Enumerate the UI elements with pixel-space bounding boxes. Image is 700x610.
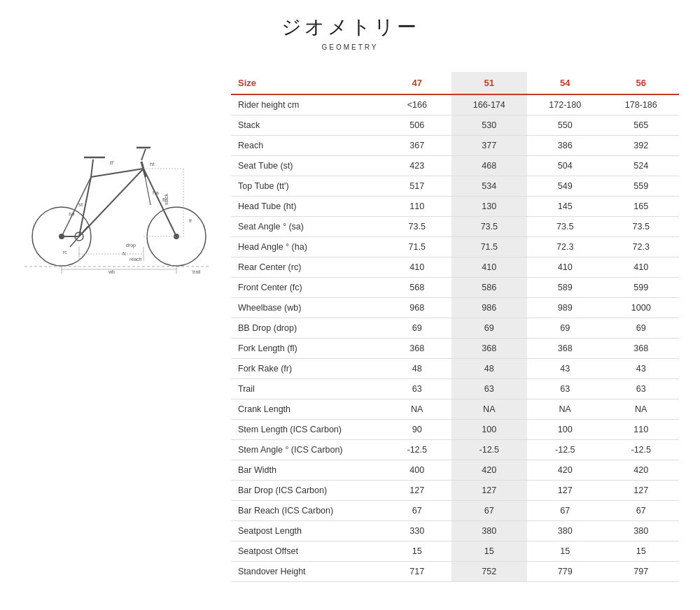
row-value: 48 <box>383 359 451 379</box>
table-row: Rider height cm<166166-174172-180178-186 <box>231 94 679 115</box>
table-row: Head Angle ° (ha)71.571.572.372.3 <box>231 237 679 257</box>
row-value: 165 <box>603 197 680 217</box>
row-value: 410 <box>527 257 603 278</box>
row-label: Standover Height <box>231 562 383 582</box>
row-value: 48 <box>451 359 527 379</box>
svg-text:wb: wb <box>108 269 115 274</box>
row-value: 172-180 <box>527 94 603 115</box>
row-value: 410 <box>451 257 527 278</box>
row-value: 565 <box>603 115 680 136</box>
row-value: 1000 <box>603 298 680 318</box>
row-value: 67 <box>383 501 451 521</box>
table-row: Stem Length (ICS Carbon)90100100110 <box>231 420 679 440</box>
svg-line-14 <box>141 149 146 160</box>
row-value: 15 <box>451 541 527 562</box>
row-value: 73.5 <box>603 217 680 237</box>
row-value: 178-186 <box>603 94 680 115</box>
row-value: 127 <box>603 481 680 501</box>
row-value: 72.3 <box>603 237 680 257</box>
row-value: 69 <box>603 318 680 339</box>
row-label: Head Tube (ht) <box>231 197 383 217</box>
row-label: Trail <box>231 379 383 399</box>
bike-diagram: tt' ht st sa ha stack fl drop reach rc <box>21 114 217 277</box>
svg-text:st: st <box>78 201 83 208</box>
row-value: 779 <box>527 562 603 582</box>
row-value: 73.5 <box>451 217 527 237</box>
bike-diagram-svg: tt' ht st sa ha stack fl drop reach rc <box>21 114 217 275</box>
row-label: Seatpost Length <box>231 521 383 541</box>
table-row: Bar Reach (ICS Carbon)67676767 <box>231 501 679 521</box>
row-value: 71.5 <box>383 237 451 257</box>
row-label: Bar Width <box>231 460 383 481</box>
row-value: 63 <box>603 379 680 399</box>
row-value: 420 <box>451 460 527 481</box>
table-row: Crank LengthNANANANA <box>231 399 679 420</box>
row-value: 127 <box>383 481 451 501</box>
row-value: NA <box>383 399 451 420</box>
table-row: Seatpost Offset15151515 <box>231 541 679 562</box>
row-value: 377 <box>451 136 527 156</box>
row-value: 145 <box>527 197 603 217</box>
row-value: -12.5 <box>527 440 603 460</box>
svg-line-5 <box>91 169 144 177</box>
row-value: 524 <box>603 156 680 176</box>
content-area: tt' ht st sa ha stack fl drop reach rc <box>21 72 679 582</box>
col-header-47: 47 <box>383 72 451 94</box>
table-row: Fork Length (fl)368368368368 <box>231 339 679 359</box>
svg-text:ht: ht <box>150 161 155 167</box>
row-value: 752 <box>451 562 527 582</box>
svg-text:fl: fl <box>162 197 165 203</box>
row-value: 599 <box>603 278 680 298</box>
table-row: Front Center (fc)568586589599 <box>231 278 679 298</box>
row-label: Seatpost Offset <box>231 541 383 562</box>
row-value: 380 <box>603 521 680 541</box>
row-value: 63 <box>527 379 603 399</box>
row-value: 410 <box>603 257 680 278</box>
row-label: Head Angle ° (ha) <box>231 237 383 257</box>
table-row: Stem Angle ° (ICS Carbon)-12.5-12.5-12.5… <box>231 440 679 460</box>
row-value: 420 <box>527 460 603 481</box>
row-value: 15 <box>603 541 680 562</box>
row-value: 367 <box>383 136 451 156</box>
row-value: 392 <box>603 136 680 156</box>
table-row: Trail63636363 <box>231 379 679 399</box>
svg-text:rc: rc <box>63 250 67 255</box>
row-value: 400 <box>383 460 451 481</box>
row-value: 410 <box>383 257 451 278</box>
row-value: 989 <box>527 298 603 318</box>
row-value: 506 <box>383 115 451 136</box>
row-value: 986 <box>451 298 527 318</box>
row-label: Crank Length <box>231 399 383 420</box>
col-header-56: 56 <box>603 72 680 94</box>
table-row: Bar Drop (ICS Carbon)127127127127 <box>231 481 679 501</box>
svg-text:fc: fc <box>122 251 127 256</box>
row-value: 330 <box>383 521 451 541</box>
row-value: 550 <box>527 115 603 136</box>
row-value: 968 <box>383 298 451 318</box>
svg-line-12 <box>91 159 93 177</box>
row-value: 43 <box>527 359 603 379</box>
table-row: Fork Rake (fr)48484343 <box>231 359 679 379</box>
row-value: 517 <box>383 176 451 197</box>
table-row: Top Tube (tt')517534549559 <box>231 176 679 197</box>
geometry-table: Size 47 51 54 56 Rider height cm<166166-… <box>231 72 679 582</box>
row-value: 380 <box>527 521 603 541</box>
row-value: 717 <box>383 562 451 582</box>
row-value: 127 <box>451 481 527 501</box>
row-value: -12.5 <box>451 440 527 460</box>
row-label: Rider height cm <box>231 94 383 115</box>
row-value: 67 <box>527 501 603 521</box>
col-header-54: 54 <box>527 72 603 94</box>
row-value: 110 <box>383 197 451 217</box>
row-value: 69 <box>383 318 451 339</box>
svg-line-6 <box>79 169 144 236</box>
row-value: 549 <box>527 176 603 197</box>
row-label: Bar Reach (ICS Carbon) <box>231 501 383 521</box>
col-header-size: Size <box>231 72 383 94</box>
col-header-51: 51 <box>451 72 527 94</box>
row-value: -12.5 <box>603 440 680 460</box>
row-value: 90 <box>383 420 451 440</box>
row-value: 67 <box>451 501 527 521</box>
row-value: 559 <box>603 176 680 197</box>
svg-text:tt': tt' <box>110 159 114 166</box>
